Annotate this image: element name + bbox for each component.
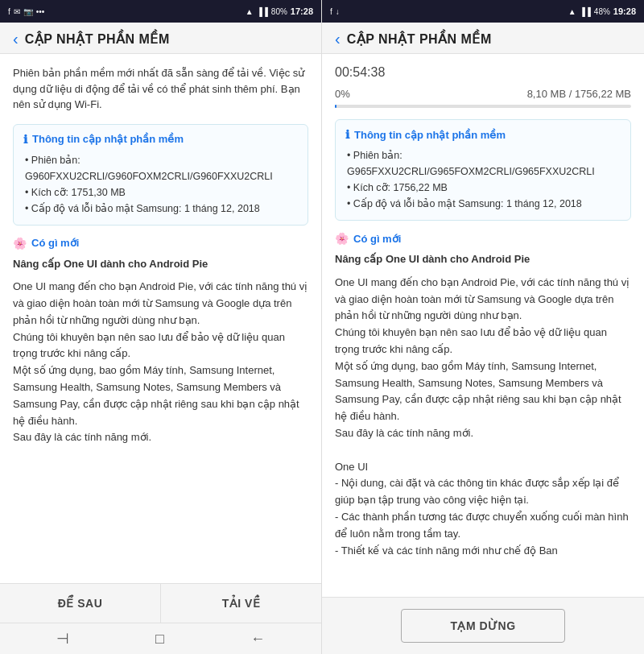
right-download-icon: ↓ [336, 7, 340, 16]
de-sau-button[interactable]: ĐỂ SAU [0, 584, 161, 623]
left-status-right: ▲ ▐▐ 80% 17:28 [246, 6, 313, 16]
left-info-title: ℹ Thông tin cập nhật phần mềm [23, 133, 298, 146]
left-info-icon: ℹ [23, 133, 27, 146]
progress-size: 8,10 MB / 1756,22 MB [527, 88, 631, 100]
right-whats-new-icon: 🌸 [335, 232, 349, 245]
left-whats-new-title: 🌸 Có gì mới [13, 237, 308, 250]
right-whats-new-title-text: Có gì mới [353, 233, 401, 245]
left-phone-panel: f ✉ 📷 ••• ▲ ▐▐ 80% 17:28 ‹ CẬP NHẬT PHẦN… [0, 0, 322, 654]
right-back-button[interactable]: ‹ [335, 31, 341, 47]
facebook-icon: f [8, 7, 10, 16]
left-page-title: CẬP NHẬT PHẦN MỀM [25, 31, 170, 47]
camera-icon: 📷 [23, 7, 33, 16]
download-timer: 00:54:38 [335, 65, 631, 80]
right-status-right: ▲ ▐▐ 48% 19:28 [568, 6, 636, 16]
left-intro-text: Phiên bản phần mềm mới nhất đã sẵn sàng … [13, 65, 308, 113]
message-icon: ✉ [14, 7, 20, 16]
dots-icon: ••• [36, 7, 45, 16]
left-whats-new-icon: 🌸 [13, 237, 27, 250]
left-whats-new-body: One UI mang đến cho bạn Android Pie, với… [13, 279, 308, 446]
left-info-title-text: Thông tin cập nhật phần mềm [32, 133, 184, 145]
right-wifi-icon: ▲ [568, 7, 576, 16]
left-info-item-2: Kích cỡ: 1751,30 MB [23, 184, 298, 201]
right-bottom-button-area: TẠM DỪNG [322, 597, 644, 654]
right-time: 19:28 [613, 6, 636, 16]
right-info-title: ℹ Thông tin cập nhật phần mềm [345, 128, 621, 141]
progress-bar-container [335, 105, 631, 108]
right-phone-panel: f ↓ ▲ ▐▐ 48% 19:28 ‹ CẬP NHẬT PHẦN MỀM 0… [322, 0, 644, 654]
right-info-section: ℹ Thông tin cập nhật phần mềm Phiên bản:… [335, 119, 631, 221]
right-battery: 48% [594, 7, 610, 16]
left-whats-new-headline: Nâng cấp One UI dành cho Android Pie [13, 256, 308, 273]
right-whats-new-headline: Nâng cấp One UI dành cho Android Pie [335, 251, 631, 268]
left-nav-bar: ‹ CẬP NHẬT PHẦN MỀM [0, 23, 321, 54]
left-whats-new-section: 🌸 Có gì mới Nâng cấp One UI dành cho And… [13, 237, 308, 447]
right-content-area: 00:54:38 0% 8,10 MB / 1756,22 MB ℹ Thông… [322, 54, 644, 597]
left-bottom-nav: ⊣ □ ← [0, 623, 321, 654]
right-status-bar: f ↓ ▲ ▐▐ 48% 19:28 [322, 0, 644, 23]
right-info-icon: ℹ [345, 128, 349, 141]
recent-apps-icon[interactable]: ⊣ [56, 630, 69, 648]
right-info-item-1: Phiên bản: G965FXXU2CRLI/G965FOXM2CRLI/G… [345, 147, 621, 180]
left-info-item-1: Phiên bản: G960FXXU2CRLI/G960FOXM2CRLI/G… [23, 152, 298, 184]
left-battery: 80% [271, 7, 287, 16]
left-back-button[interactable]: ‹ [13, 31, 19, 47]
left-status-icons: f ✉ 📷 ••• [8, 7, 44, 16]
tai-ve-button[interactable]: TẢI VỀ [161, 584, 321, 623]
right-status-icons: f ↓ [330, 7, 340, 16]
right-nav-bar: ‹ CẬP NHẬT PHẦN MỀM [322, 23, 644, 54]
right-whats-new-title: 🌸 Có gì mới [335, 232, 631, 245]
tam-dung-button[interactable]: TẠM DỪNG [401, 609, 564, 643]
progress-bar-fill [335, 105, 336, 108]
right-facebook-icon: f [330, 7, 332, 16]
left-status-bar: f ✉ 📷 ••• ▲ ▐▐ 80% 17:28 [0, 0, 321, 23]
left-bottom-buttons: ĐỂ SAU TẢI VỀ [0, 583, 321, 623]
home-icon[interactable]: □ [155, 631, 164, 648]
left-whats-new-title-text: Có gì mới [31, 237, 79, 249]
right-info-title-text: Thông tin cập nhật phần mềm [354, 129, 506, 141]
right-info-item-2: Kích cỡ: 1756,22 MB [345, 180, 621, 196]
signal-icon: ▐▐ [257, 7, 268, 16]
right-info-item-3: Cấp độ vá lỗi bảo mật Samsung: 1 tháng 1… [345, 196, 621, 212]
progress-percent: 0% [335, 88, 350, 100]
right-whats-new-section: 🌸 Có gì mới Nâng cấp One UI dành cho And… [335, 232, 631, 559]
left-content-area: Phiên bản phần mềm mới nhất đã sẵn sàng … [0, 54, 321, 583]
left-time: 17:28 [291, 6, 313, 16]
wifi-icon: ▲ [246, 7, 254, 16]
back-nav-icon[interactable]: ← [250, 631, 265, 648]
right-page-title: CẬP NHẬT PHẦN MỀM [347, 31, 492, 47]
right-whats-new-body: One UI mang đến cho bạn Android Pie, với… [335, 275, 631, 560]
right-signal-icon: ▐▐ [580, 7, 591, 16]
left-info-section: ℹ Thông tin cập nhật phần mềm Phiên bản:… [13, 124, 308, 226]
progress-row: 0% 8,10 MB / 1756,22 MB [335, 88, 631, 100]
left-info-item-3: Cấp độ vá lỗi bảo mật Samsung: 1 tháng 1… [23, 201, 298, 217]
